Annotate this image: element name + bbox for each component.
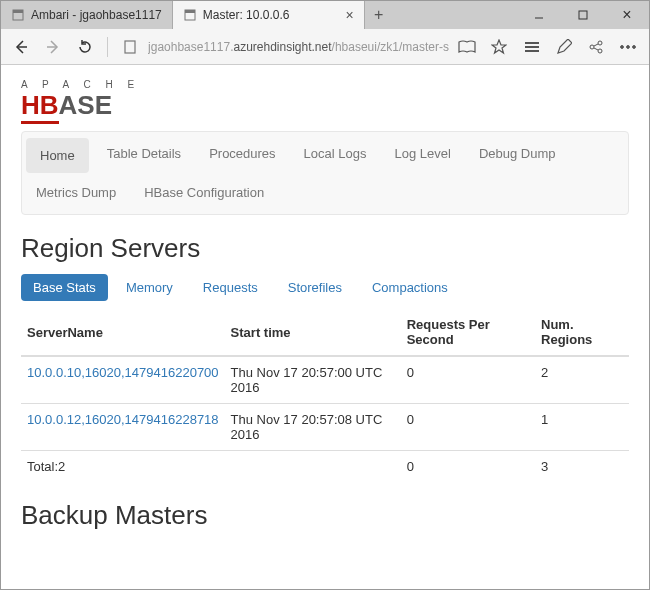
browser-toolbar: jgaohbase1117.azurehdinsight.net/hbaseui… bbox=[1, 29, 649, 65]
tab-requests[interactable]: Requests bbox=[191, 274, 270, 301]
browser-tab-0[interactable]: Ambari - jgaohbase1117 bbox=[1, 1, 173, 29]
logo-apache: A P A C H E bbox=[21, 79, 629, 90]
cell-regions: 1 bbox=[535, 404, 629, 451]
page-content: A P A C H E HBASE HomeTable DetailsProce… bbox=[1, 65, 649, 590]
window-maximize-button[interactable] bbox=[561, 1, 605, 29]
nav-item-local-logs[interactable]: Local Logs bbox=[290, 136, 381, 175]
cell-start-time: Thu Nov 17 20:57:00 UTC 2016 bbox=[225, 356, 401, 404]
total-cell: 0 bbox=[401, 451, 535, 483]
svg-line-15 bbox=[594, 44, 598, 46]
tab-base-stats[interactable]: Base Stats bbox=[21, 274, 108, 301]
url-domain: azurehdinsight.net bbox=[233, 40, 331, 54]
hbase-logo: A P A C H E HBASE bbox=[21, 79, 629, 121]
region-servers-table: ServerNameStart timeRequests Per SecondN… bbox=[21, 309, 629, 482]
svg-point-18 bbox=[627, 45, 630, 48]
browser-tab-title: Master: 10.0.0.6 bbox=[203, 8, 290, 22]
reading-view-button[interactable] bbox=[453, 32, 481, 62]
window-titlebar: Ambari - jgaohbase1117 Master: 10.0.0.6 … bbox=[1, 1, 649, 29]
svg-point-13 bbox=[598, 41, 602, 45]
hub-button[interactable] bbox=[517, 32, 547, 62]
total-label: Total:2 bbox=[21, 451, 225, 483]
nav-item-home[interactable]: Home bbox=[26, 138, 89, 173]
refresh-button[interactable] bbox=[71, 32, 99, 62]
column-header: Start time bbox=[225, 309, 401, 356]
nav-item-hbase-configuration[interactable]: HBase Configuration bbox=[130, 175, 278, 210]
nav-item-debug-dump[interactable]: Debug Dump bbox=[465, 136, 570, 175]
region-servers-tabs: Base StatsMemoryRequestsStorefilesCompac… bbox=[21, 274, 629, 301]
svg-point-14 bbox=[598, 49, 602, 53]
toolbar-separator bbox=[107, 37, 108, 57]
browser-tab-title: Ambari - jgaohbase1117 bbox=[31, 8, 162, 22]
tab-storefiles[interactable]: Storefiles bbox=[276, 274, 354, 301]
page-icon bbox=[183, 8, 197, 22]
notes-button[interactable] bbox=[549, 32, 579, 62]
more-button[interactable] bbox=[613, 32, 643, 62]
address-bar[interactable]: jgaohbase1117.azurehdinsight.net/hbaseui… bbox=[148, 40, 449, 54]
logo-word1: HB bbox=[21, 90, 59, 124]
section-backup-masters-title: Backup Masters bbox=[21, 500, 629, 531]
svg-point-19 bbox=[633, 45, 636, 48]
nav-item-procedures[interactable]: Procedures bbox=[195, 136, 289, 175]
back-button[interactable] bbox=[7, 32, 35, 62]
cell-rps: 0 bbox=[401, 404, 535, 451]
total-cell: 3 bbox=[535, 451, 629, 483]
cell-start-time: Thu Nov 17 20:57:08 UTC 2016 bbox=[225, 404, 401, 451]
tab-memory[interactable]: Memory bbox=[114, 274, 185, 301]
browser-tab-1[interactable]: Master: 10.0.0.6 × bbox=[173, 1, 365, 29]
total-cell bbox=[225, 451, 401, 483]
column-header: Num. Regions bbox=[535, 309, 629, 356]
svg-point-12 bbox=[590, 45, 594, 49]
section-region-servers-title: Region Servers bbox=[21, 233, 629, 264]
svg-line-16 bbox=[594, 48, 598, 50]
share-button[interactable] bbox=[581, 32, 611, 62]
svg-rect-3 bbox=[185, 10, 195, 13]
svg-rect-8 bbox=[125, 41, 135, 53]
column-header: ServerName bbox=[21, 309, 225, 356]
cell-rps: 0 bbox=[401, 356, 535, 404]
forward-button[interactable] bbox=[39, 32, 67, 62]
server-link[interactable]: 10.0.0.12,16020,1479416228718 bbox=[27, 412, 219, 427]
nav-item-metrics-dump[interactable]: Metrics Dump bbox=[22, 175, 130, 210]
nav-item-log-level[interactable]: Log Level bbox=[381, 136, 465, 175]
table-row: 10.0.0.10,16020,1479416220700Thu Nov 17 … bbox=[21, 356, 629, 404]
window-close-button[interactable]: × bbox=[605, 1, 649, 29]
svg-rect-5 bbox=[579, 11, 587, 19]
url-prefix: jgaohbase1117. bbox=[148, 40, 233, 54]
logo-word2: ASE bbox=[59, 90, 112, 120]
svg-point-17 bbox=[621, 45, 624, 48]
svg-rect-1 bbox=[13, 10, 23, 13]
favorite-button[interactable] bbox=[485, 32, 513, 62]
site-info-button[interactable] bbox=[116, 32, 144, 62]
window-minimize-button[interactable] bbox=[517, 1, 561, 29]
main-nav: HomeTable DetailsProceduresLocal LogsLog… bbox=[21, 131, 629, 215]
tab-compactions[interactable]: Compactions bbox=[360, 274, 460, 301]
page-icon bbox=[11, 8, 25, 22]
close-tab-icon[interactable]: × bbox=[345, 8, 353, 22]
server-link[interactable]: 10.0.0.10,16020,1479416220700 bbox=[27, 365, 219, 380]
table-row: 10.0.0.12,16020,1479416228718Thu Nov 17 … bbox=[21, 404, 629, 451]
new-tab-button[interactable]: + bbox=[365, 1, 393, 29]
url-suffix: /hbaseui/zk1/master-s bbox=[332, 40, 449, 54]
column-header: Requests Per Second bbox=[401, 309, 535, 356]
nav-item-table-details[interactable]: Table Details bbox=[93, 136, 195, 175]
cell-regions: 2 bbox=[535, 356, 629, 404]
